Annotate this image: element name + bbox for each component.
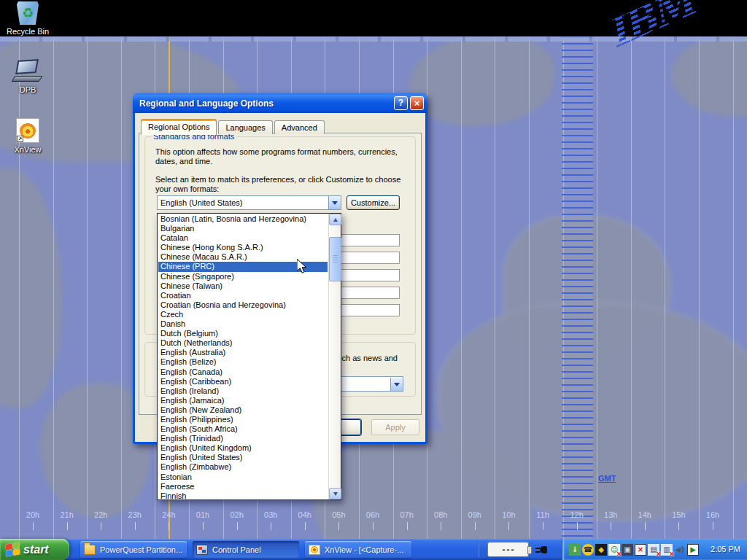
language-option[interactable]: Estonian xyxy=(158,472,328,482)
language-option[interactable]: English (Zimbabwe) xyxy=(158,462,328,472)
language-option[interactable]: English (United Kingdom) xyxy=(158,443,328,453)
start-button[interactable]: start xyxy=(0,539,69,560)
language-option[interactable]: English (United States) xyxy=(158,453,328,462)
timezone-tick xyxy=(271,522,271,530)
language-option[interactable]: English (Caribbean) xyxy=(158,377,328,386)
system-tray: ↓☎◆☺×▣×▤×▥×◀)▶ 2:05 PM xyxy=(562,539,747,560)
shortcut-arrow-icon: ↗ xyxy=(17,136,23,142)
format-combobox[interactable]: English (United States) xyxy=(157,195,341,210)
language-option[interactable]: Danish xyxy=(158,319,328,329)
control-panel-icon xyxy=(196,545,208,555)
timezone-label: 09h xyxy=(468,510,481,519)
windows-flag-icon xyxy=(6,542,20,556)
desktop-icon-xnview[interactable]: ↗ XnView xyxy=(0,118,55,154)
scroll-down-button[interactable] xyxy=(329,488,341,499)
battery-meter-icon[interactable]: ◆ xyxy=(595,544,607,556)
taskbar-button[interactable]: XnView - [<Capture-... xyxy=(305,541,411,558)
tab-regional-options[interactable]: Regional Options xyxy=(141,119,217,135)
tab-advanced[interactable]: Advanced xyxy=(274,120,325,134)
timezone-label: 14h xyxy=(638,510,651,519)
language-option[interactable]: Catalan xyxy=(158,233,328,243)
network-disconnected-icon[interactable]: ▤× xyxy=(648,544,659,556)
timezone-tick xyxy=(577,522,578,530)
language-option[interactable]: English (Philippines) xyxy=(158,415,328,424)
language-option[interactable]: Dutch (Belgium) xyxy=(158,329,328,338)
standards-instruction: Select an item to match its preferences,… xyxy=(155,175,412,194)
language-option[interactable]: Faeroese xyxy=(158,482,328,491)
timezone-tick xyxy=(237,522,238,530)
desktop-icon-label: Recycle Bin xyxy=(0,27,55,36)
xnview-icon xyxy=(309,545,320,555)
messenger-offline-icon[interactable]: ☺× xyxy=(608,544,620,556)
language-option[interactable]: Bosnian (Latin, Bosnia and Herzegovina) xyxy=(158,214,328,224)
timezone-label: 20h xyxy=(26,510,39,519)
dialog-titlebar[interactable]: Regional and Language Options ? × xyxy=(133,93,427,113)
desktop-icon-recycle-bin[interactable]: ♻ Recycle Bin xyxy=(0,1,55,36)
desktop-icon-label: XnView xyxy=(0,145,55,154)
language-option[interactable]: Croatian xyxy=(158,291,328,300)
timezone-label: 11h xyxy=(536,510,549,519)
language-option[interactable]: English (New Zealand) xyxy=(158,405,328,415)
timezone-tick xyxy=(678,522,679,530)
tab-languages[interactable]: Languages xyxy=(218,120,272,134)
timezone-tick xyxy=(543,522,543,530)
apply-button[interactable]: Apply xyxy=(371,419,419,435)
timezone-tick xyxy=(645,522,646,530)
taskbar-button-label: XnView - [<Capture-... xyxy=(325,545,403,554)
taskbar-button[interactable]: PowerQuest Partition... xyxy=(80,541,187,558)
laptop-icon xyxy=(12,60,44,83)
combobox-dropdown-button[interactable] xyxy=(328,196,341,209)
language-option[interactable]: English (Jamaica) xyxy=(158,396,328,405)
mouse-cursor xyxy=(297,259,307,277)
chevron-down-icon xyxy=(394,383,400,389)
timezone-label: 16h xyxy=(706,510,719,519)
help-button[interactable]: ? xyxy=(394,96,408,110)
timezone-label: 03h xyxy=(264,510,277,519)
wireless-disconnected-icon[interactable]: ▥× xyxy=(661,544,673,556)
language-option[interactable]: Dutch (Netherlands) xyxy=(158,338,328,348)
timezone-tick xyxy=(441,522,441,530)
language-option[interactable]: English (South Africa) xyxy=(158,424,328,434)
display-adapter-icon[interactable]: × xyxy=(635,544,646,556)
timezone-label: 24h xyxy=(162,510,175,519)
gmt-label: GMT xyxy=(598,474,616,483)
language-option[interactable]: English (Canada) xyxy=(158,368,328,377)
language-option[interactable]: Czech xyxy=(158,310,328,319)
language-option[interactable]: Finnish xyxy=(158,491,328,499)
language-option[interactable]: Chinese (Taiwan) xyxy=(158,281,328,291)
dropdown-scrollbar[interactable] xyxy=(328,214,341,499)
timezone-tick xyxy=(611,522,611,530)
desktop-icon-dpb[interactable]: DPB xyxy=(0,60,55,94)
scroll-up-button[interactable] xyxy=(329,214,341,225)
taskbar-button[interactable]: Control Panel xyxy=(193,541,299,558)
close-button[interactable]: × xyxy=(410,96,424,110)
language-option[interactable]: English (Australia) xyxy=(158,348,328,357)
scrollbar-thumb[interactable] xyxy=(329,237,341,281)
language-option[interactable]: English (Belize) xyxy=(158,357,328,367)
combobox-dropdown-button[interactable] xyxy=(390,378,403,391)
language-option[interactable]: English (Trinidad) xyxy=(158,434,328,443)
timezone-scale: 20h21h22h23h24h01h02h03h04h05h06h07h08h0… xyxy=(0,510,747,539)
timezone-label: 02h xyxy=(230,510,243,519)
language-option[interactable]: Bulgarian xyxy=(158,224,328,233)
timezone-label: 07h xyxy=(400,510,413,519)
timezone-label: 13h xyxy=(604,510,617,519)
customize-button[interactable]: Customize... xyxy=(347,195,400,210)
dialog-title: Regional and Language Options xyxy=(139,98,392,109)
format-combobox-value: English (United States) xyxy=(158,198,328,207)
taskbar-button-label: PowerQuest Partition... xyxy=(100,545,182,554)
ime-language-icon[interactable]: ▶ xyxy=(687,544,699,556)
timezone-tick xyxy=(33,522,34,530)
taskbar-buttons: PowerQuest Partition...Control PanelXnVi… xyxy=(80,541,411,558)
language-option[interactable]: Chinese (Hong Kong S.A.R.) xyxy=(158,243,328,252)
lan-status-icon[interactable]: ▣ xyxy=(622,544,633,556)
desktop: { "desktop": { "wallpaper": { "brand": "… xyxy=(0,0,747,560)
timezone-tick xyxy=(373,522,374,530)
language-option[interactable]: Croatian (Bosnia and Herzegovina) xyxy=(158,300,328,310)
dialup-phone-icon[interactable]: ☎ xyxy=(582,544,594,556)
timezone-tick xyxy=(203,522,204,530)
language-option[interactable]: English (Ireland) xyxy=(158,386,328,396)
timezone-label: 23h xyxy=(128,510,142,519)
thinkpad-utility-icon[interactable]: ↓ xyxy=(569,544,581,556)
volume-icon[interactable]: ◀) xyxy=(674,544,686,556)
